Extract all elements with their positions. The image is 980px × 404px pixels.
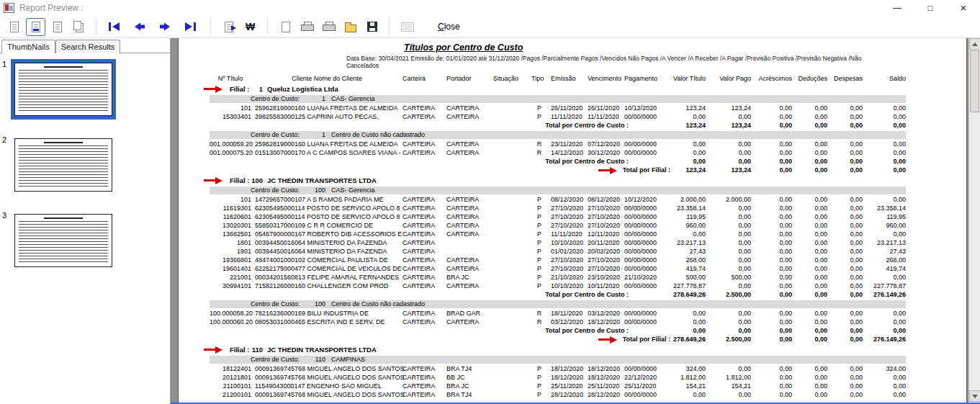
goto-page-button[interactable]: [219, 18, 238, 36]
minimize-button[interactable]: —: [881, 0, 914, 16]
cell: 0,00: [755, 140, 792, 148]
open-report-button[interactable]: [341, 18, 360, 36]
cell: Portador: [446, 75, 490, 83]
tab-thumbnails[interactable]: ThumbNails: [1, 40, 55, 53]
cell: 0,00: [831, 310, 863, 318]
cell: Nº Título: [210, 75, 251, 83]
filial-number: 100: [251, 176, 263, 185]
cell: CARTEIRA: [403, 113, 443, 121]
report-title: Títulos por Centro de Custo: [404, 43, 966, 53]
next-page-button[interactable]: [155, 18, 174, 36]
cell: [493, 282, 528, 290]
thumbnail-page-preview[interactable]: [14, 63, 112, 116]
cell: BRA JC: [446, 274, 490, 282]
close-window-button[interactable]: ×: [947, 0, 980, 16]
cell: [493, 374, 528, 382]
cell: 12/11/2020: [588, 230, 621, 238]
cell: 0,00: [796, 205, 827, 212]
cell: 15303401: [210, 113, 251, 121]
cell: CARTEIRA: [403, 239, 443, 247]
cell: 0,00: [796, 291, 827, 299]
cell: 0,00: [661, 391, 706, 399]
cell: 0,00: [755, 374, 792, 382]
scroll-down-button[interactable]: [969, 390, 980, 402]
last-page-button[interactable]: [180, 18, 199, 36]
maximize-button[interactable]: □: [914, 0, 947, 16]
cell: 419,74: [866, 265, 906, 273]
thumbnail-item[interactable]: 2: [0, 135, 170, 195]
first-page-icon: [108, 22, 121, 32]
export-button[interactable]: [397, 18, 417, 36]
thumbnail-page-preview[interactable]: [14, 138, 112, 192]
cell: CARTEIRA: [446, 256, 490, 264]
scrollbar-thumb[interactable]: [970, 50, 979, 112]
cell: 00394450016064 MINISTERIO DA FAZENDA: [255, 239, 399, 247]
cell: [493, 248, 528, 256]
zoom-view-button[interactable]: [48, 18, 67, 36]
cell: 18/12/2020: [551, 365, 584, 373]
thumbnail-item[interactable]: 1: [0, 59, 170, 120]
cell: 960,00: [661, 222, 706, 230]
cell: 11620601: [210, 213, 251, 221]
cell: 0,00: [755, 265, 792, 273]
thumbnail-content-lines: [19, 221, 108, 264]
cell: 0,00: [866, 113, 906, 121]
cell: 123,24: [709, 166, 751, 174]
cell: 0,00: [866, 230, 906, 238]
multi-page-view-button[interactable]: [69, 18, 89, 36]
centro-de-custo-name: CAS- Gerencia: [331, 187, 375, 194]
cell: CARTEIRA: [403, 282, 443, 290]
close-button[interactable]: Close: [431, 19, 467, 35]
whole-page-view-button[interactable]: [4, 18, 24, 36]
cell: P: [531, 196, 547, 204]
cell: 227.778,87: [661, 282, 706, 290]
cell: CARTEIRA: [403, 149, 443, 157]
cell: 0,00: [831, 256, 863, 264]
thumbnail-selection-highlight: [11, 135, 116, 195]
cell: 0,00: [796, 196, 827, 204]
tab-search-results[interactable]: Search Results: [55, 40, 121, 53]
cell: 0,00: [709, 310, 751, 318]
cell: 00/00/0000: [624, 265, 657, 273]
first-page-button[interactable]: [104, 18, 124, 36]
cell: 0,00: [796, 265, 827, 273]
save-report-button[interactable]: [362, 18, 382, 36]
export-icon: [401, 22, 414, 32]
prior-page-button[interactable]: [130, 18, 149, 36]
cell: 19601401: [210, 265, 251, 273]
cell: 0,00: [796, 327, 827, 335]
cell: CARTEIRA: [403, 196, 443, 204]
cell: 1.812,00: [661, 374, 706, 382]
printer-setup-button[interactable]: [297, 18, 317, 36]
thumbnail-item[interactable]: 3: [0, 210, 170, 271]
cell: 0,00: [831, 113, 863, 121]
cell: 0,00: [755, 222, 792, 230]
scroll-up-button[interactable]: [969, 38, 980, 50]
vertical-scrollbar[interactable]: [968, 38, 980, 404]
cell: 001.000075.20: [210, 149, 251, 157]
print-button[interactable]: [319, 18, 338, 36]
cell: 0,00: [755, 158, 792, 166]
currency-button[interactable]: ₩: [240, 18, 260, 36]
centro-de-custo-bar: Centro de Custo:100CAS- Gerencia: [210, 187, 906, 194]
cell: 0,00: [831, 265, 863, 273]
cell: CARTEIRA: [446, 265, 490, 273]
cell: CARTEIRA: [403, 205, 443, 212]
cell: 0,00: [796, 318, 827, 326]
thumbnail-page-preview[interactable]: [14, 214, 112, 267]
cell: [493, 265, 528, 273]
report-column-headers: Nº TítuloCliente Nome do ClienteCarteira…: [210, 75, 906, 83]
cell: 2.500,00: [709, 291, 751, 299]
centro-de-custo-bar: Centro de Custo:100Centro de Custo não c…: [210, 300, 906, 308]
page-width-view-button[interactable]: [26, 18, 45, 36]
cell: CARTEIRA: [446, 230, 490, 238]
filial-row: Filial :1Queluz Logística Ltda: [210, 85, 906, 94]
currency-icon: ₩: [246, 22, 255, 32]
cell: 28/12/2020: [551, 391, 584, 399]
app-icon: [4, 3, 14, 13]
cell: 0,00: [755, 391, 792, 399]
cell: 0,00: [866, 382, 906, 390]
thumbnail-page-number: 3: [0, 210, 11, 271]
cell: 0,00: [709, 222, 751, 230]
page-setup-button[interactable]: [276, 18, 295, 36]
